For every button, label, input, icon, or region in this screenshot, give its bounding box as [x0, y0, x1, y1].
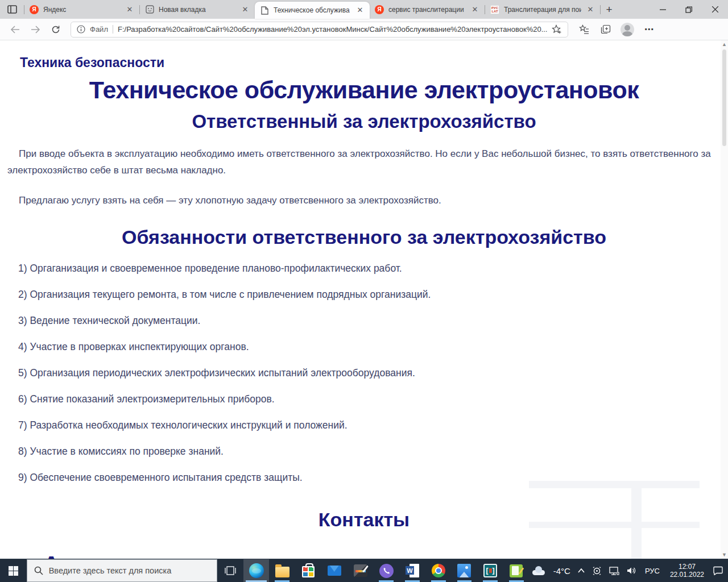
taskbar-app-graphics[interactable]: [348, 559, 374, 582]
windows-taskbar: W [] -4°C РУС 12:0722.01.2022: [0, 559, 728, 582]
close-tab-icon[interactable]: ✕: [241, 5, 250, 14]
toolbar-icons: ⋯: [575, 21, 658, 38]
duty-item: 1) Оргаганизация и своевременное проведе…: [18, 262, 710, 275]
duty-item: 5) Организация периодических электрофизи…: [18, 367, 710, 379]
date: 22.01.2022: [670, 571, 704, 579]
start-button[interactable]: [0, 559, 27, 582]
clock[interactable]: 12:0722.01.2022: [667, 559, 708, 582]
taskbar-app-photos[interactable]: [452, 559, 478, 582]
meet-now-icon[interactable]: [590, 559, 603, 582]
tab-yandex[interactable]: Я Яндекс ✕: [24, 0, 139, 19]
taskbar-app-store[interactable]: [295, 559, 321, 582]
yandex-favicon: Я: [30, 5, 39, 14]
tab-transliteration-search[interactable]: РУСLAT Транслитерация для пои ✕: [485, 0, 600, 19]
taskbar-app-chrome[interactable]: [425, 559, 452, 582]
collections-icon[interactable]: [597, 21, 615, 38]
file-explorer-icon: [275, 563, 289, 578]
language-indicator[interactable]: РУС: [642, 559, 663, 582]
notepad-plus-plus-icon: [509, 563, 524, 578]
window-controls: [650, 0, 728, 19]
scroll-up-icon[interactable]: ▲: [722, 40, 727, 48]
task-view-button[interactable]: [217, 559, 243, 582]
taskbar-app-notepadpp[interactable]: [503, 559, 530, 582]
local-file-favicon: [260, 6, 269, 15]
intro-paragraph: При вводе объекта в эксплуатацию необход…: [7, 146, 720, 179]
tab-new-tab[interactable]: Новая вкладка ✕: [140, 0, 255, 19]
taskbar-app-word[interactable]: W: [399, 559, 425, 582]
add-favorite-icon[interactable]: [552, 24, 562, 34]
taskbar-app-viber[interactable]: [373, 559, 399, 582]
action-center-icon[interactable]: [712, 559, 725, 582]
yandex-favicon: Я: [375, 5, 384, 14]
duty-item: 4) Участие в проверках инспектирующих ор…: [18, 340, 710, 353]
chrome-icon: [431, 563, 446, 578]
duty-item: 8) Участие в комиссиях по проверке знани…: [18, 445, 710, 458]
browser-toolbar: Файл F:/Разработка%20сайтов/Сайт%20обслу…: [0, 19, 728, 40]
file-scheme-label: Файл: [90, 25, 108, 34]
word-icon: W: [406, 564, 419, 577]
web-page-content: Техника безопасности Техническое обслужи…: [0, 40, 728, 559]
tab-transliteration-service[interactable]: Я сервис транслитерации ✕: [370, 0, 485, 19]
system-tray: -4°C РУС 12:0722.01.2022: [530, 559, 728, 582]
tab-title: Транслитерация для пои: [504, 6, 581, 14]
network-icon[interactable]: [607, 559, 621, 582]
favorites-hub-icon[interactable]: [575, 21, 593, 38]
edge-icon: [249, 563, 264, 578]
close-tab-icon[interactable]: ✕: [470, 5, 479, 14]
weather-cloud-icon[interactable]: [530, 559, 548, 582]
viber-icon: [379, 564, 394, 578]
duties-heading: Обязанности ответственного за электрохоз…: [0, 226, 728, 248]
close-icon[interactable]: [702, 0, 728, 19]
page-scrollbar[interactable]: ▲ ▼: [721, 40, 728, 559]
taskbar-app-mail[interactable]: [321, 559, 348, 582]
refresh-icon[interactable]: [47, 21, 65, 38]
tab-title: Техническое обслужива: [274, 6, 351, 14]
more-menu-icon[interactable]: ⋯: [640, 21, 658, 38]
url-divider: [113, 25, 113, 34]
taskbar-app-edge[interactable]: [243, 559, 270, 582]
duty-item: 3) Ведение технической документации.: [18, 314, 710, 327]
volume-icon[interactable]: [625, 559, 638, 582]
new-tab-button[interactable]: +: [601, 0, 618, 19]
close-tab-icon[interactable]: ✕: [586, 5, 595, 14]
address-bar[interactable]: Файл F:/Разработка%20сайтов/Сайт%20обслу…: [71, 22, 568, 38]
restore-icon[interactable]: [676, 0, 702, 19]
chevron-up-icon[interactable]: [576, 559, 586, 582]
page-title: Техническое обслуживание электроустаново…: [0, 76, 728, 104]
microsoft-store-icon: [301, 563, 316, 578]
minimize-icon[interactable]: [650, 0, 676, 19]
tab-title: Новая вкладка: [159, 6, 236, 14]
weather-temperature[interactable]: -4°C: [552, 559, 572, 582]
bracket-app-icon: []: [483, 563, 498, 578]
ruslat-favicon: РУСLAT: [490, 5, 499, 14]
taskbar-app-file-explorer[interactable]: [269, 559, 295, 582]
screen: Я Яндекс ✕ Новая вкладка ✕ Техническое о…: [0, 0, 728, 582]
photos-icon: [457, 563, 471, 578]
titlebar-drag-area: [618, 0, 650, 19]
back-icon[interactable]: [6, 21, 24, 38]
close-tab-icon[interactable]: ✕: [355, 6, 365, 15]
graphics-app-icon: [353, 563, 368, 578]
info-icon[interactable]: [77, 25, 85, 34]
tab-title: сервис транслитерации: [388, 6, 466, 14]
duty-item: 7) Разработка необходимых технологически…: [18, 419, 710, 431]
taskbar-app-bracket[interactable]: []: [477, 559, 503, 582]
tab-active-maintenance[interactable]: Техническое обслужива ✕: [255, 2, 370, 19]
search-input[interactable]: [49, 566, 197, 575]
scroll-down-icon[interactable]: ▼: [722, 551, 727, 559]
taskbar-search-box[interactable]: [27, 559, 217, 582]
scrollbar-thumb[interactable]: [722, 49, 726, 146]
tab-strip: Я Яндекс ✕ Новая вкладка ✕ Техническое о…: [0, 0, 728, 19]
duty-item: 2) Организация текущего ремонта, в том ч…: [18, 288, 710, 301]
forward-icon[interactable]: [26, 21, 44, 38]
url-text[interactable]: F:/Разработка%20сайтов/Сайт%20обслуживан…: [118, 25, 548, 34]
profile-avatar[interactable]: [618, 21, 636, 38]
search-icon: [34, 566, 43, 575]
faint-background-image: [529, 481, 700, 559]
duty-item: 6) Снятие показаний электроизмерительных…: [18, 393, 710, 405]
page-subtitle: Ответственный за электрохозяйство: [0, 111, 728, 132]
page-kicker: Техника безопасности: [20, 55, 728, 70]
vertical-tabs-icon[interactable]: [0, 0, 24, 19]
new-tab-favicon: [145, 5, 154, 14]
close-tab-icon[interactable]: ✕: [125, 5, 134, 14]
